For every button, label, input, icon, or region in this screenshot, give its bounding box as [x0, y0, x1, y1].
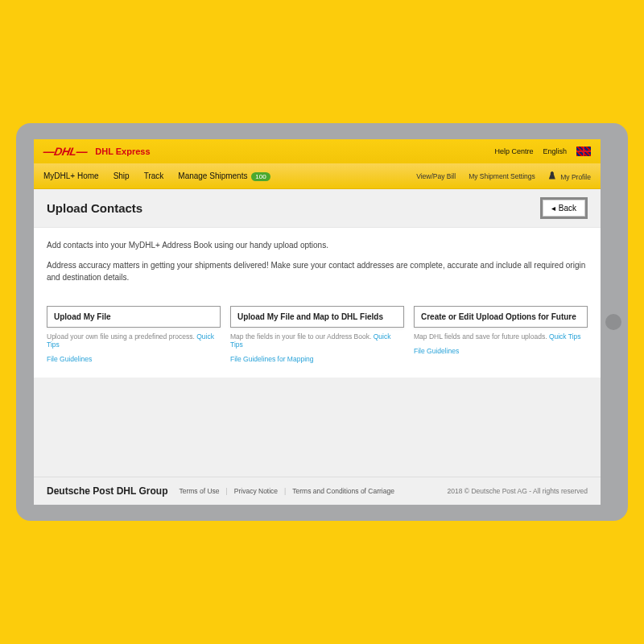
brand-label: DHL Express	[95, 147, 150, 156]
intro-content: Add contacts into your MyDHL+ Address Bo…	[34, 228, 601, 306]
back-button-label: Back	[559, 204, 576, 213]
footer-carriage-link[interactable]: Terms and Conditions of Carriage	[292, 487, 394, 495]
user-icon	[548, 171, 556, 180]
page-title: Upload Contacts	[47, 201, 142, 215]
upload-my-file-desc: Upload your own file using a predefined …	[47, 332, 221, 349]
help-centre-link[interactable]: Help Centre	[494, 147, 533, 155]
future-options-guidelines[interactable]: File Guidelines	[414, 347, 459, 355]
footer: Deutsche Post DHL Group Terms of Use | P…	[34, 477, 601, 505]
footer-links: Terms of Use | Privacy Notice | Terms an…	[179, 487, 394, 495]
top-brand-bar: —DHL— DHL Express Help Centre English	[34, 139, 601, 163]
nav-my-profile[interactable]: My Profile	[548, 171, 591, 181]
upload-and-map-button[interactable]: Upload My File and Map to DHL Fields	[230, 306, 404, 328]
main-nav: MyDHL+ Home Ship Track Manage Shipments …	[34, 163, 601, 189]
chevron-left-icon: ◂	[551, 204, 555, 213]
content-spacer	[34, 378, 601, 477]
upload-and-map-desc-text: Map the fields in your file to our Addre…	[230, 332, 374, 341]
upload-my-file-guidelines[interactable]: File Guidelines	[47, 355, 92, 363]
nav-manage-shipments[interactable]: Manage Shipments 100	[178, 171, 270, 181]
nav-view-pay-bill[interactable]: View/Pay Bill	[416, 172, 456, 180]
nav-ship[interactable]: Ship	[114, 171, 130, 180]
footer-brand: Deutsche Post DHL Group	[47, 485, 167, 497]
footer-copyright: 2018 © Deutsche Post AG - All rights res…	[448, 487, 588, 495]
nav-my-profile-label: My Profile	[560, 173, 591, 181]
upload-options-row: Upload My File Upload your own file usin…	[34, 306, 601, 378]
footer-privacy-link[interactable]: Privacy Notice	[234, 487, 278, 495]
upload-and-map-desc: Map the fields in your file to our Addre…	[230, 332, 404, 349]
back-button[interactable]: ◂ Back	[543, 200, 585, 217]
upload-my-file-desc-text: Upload your own file using a predefined …	[47, 332, 196, 341]
nav-manage-badge: 100	[251, 172, 270, 181]
tablet-home-button[interactable]	[605, 314, 621, 330]
nav-manage-label: Manage Shipments	[178, 171, 247, 180]
tablet-frame: —DHL— DHL Express Help Centre English My…	[16, 123, 628, 521]
nav-home[interactable]: MyDHL+ Home	[43, 171, 99, 180]
app-screen: —DHL— DHL Express Help Centre English My…	[34, 139, 601, 505]
option-map-to-dhl: Upload My File and Map to DHL Fields Map…	[230, 306, 404, 363]
future-options-desc-text: Map DHL fields and save for future uploa…	[414, 332, 549, 341]
option-future-options: Create or Edit Upload Options for Future…	[414, 306, 588, 363]
dhl-logo: —DHL—	[43, 145, 93, 158]
footer-separator-2: |	[284, 487, 286, 495]
title-bar: Upload Contacts ◂ Back	[34, 189, 601, 228]
upload-and-map-guidelines[interactable]: File Guidelines for Mapping	[230, 355, 313, 363]
nav-shipment-settings[interactable]: My Shipment Settings	[469, 172, 535, 180]
back-button-wrap: ◂ Back	[540, 197, 588, 219]
footer-separator-1: |	[226, 487, 228, 495]
future-options-button[interactable]: Create or Edit Upload Options for Future	[414, 306, 588, 328]
flag-icon[interactable]	[576, 147, 591, 156]
nav-track[interactable]: Track	[144, 171, 164, 180]
intro-paragraph-2: Address accuracy matters in getting your…	[47, 259, 588, 283]
option-upload-my-file: Upload My File Upload your own file usin…	[47, 306, 221, 363]
future-options-desc: Map DHL fields and save for future uploa…	[414, 332, 588, 341]
upload-my-file-button[interactable]: Upload My File	[47, 306, 221, 328]
future-options-quick-tips[interactable]: Quick Tips	[549, 332, 581, 341]
language-selector[interactable]: English	[543, 147, 567, 155]
footer-terms-link[interactable]: Terms of Use	[179, 487, 219, 495]
intro-paragraph-1: Add contacts into your MyDHL+ Address Bo…	[47, 239, 588, 251]
